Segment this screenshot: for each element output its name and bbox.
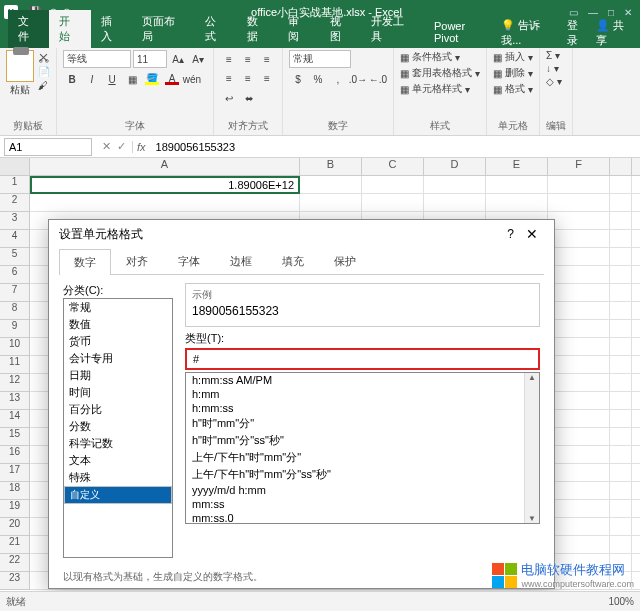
tab-view[interactable]: 视图: [320, 10, 361, 48]
decrease-font-icon[interactable]: A▾: [189, 50, 207, 68]
cell[interactable]: [548, 500, 610, 517]
font-size-select[interactable]: 11: [133, 50, 167, 68]
row-header[interactable]: 13: [0, 392, 30, 410]
dlg-tab-number[interactable]: 数字: [59, 249, 111, 275]
copy-icon[interactable]: 📄: [38, 66, 50, 77]
category-item[interactable]: 日期: [64, 367, 172, 384]
cell[interactable]: [362, 194, 424, 211]
cell[interactable]: [424, 194, 486, 211]
align-left-icon[interactable]: ≡: [220, 69, 238, 87]
type-item[interactable]: h:mm:ss: [186, 401, 539, 415]
align-middle-icon[interactable]: ≡: [239, 50, 257, 68]
scroll-up-icon[interactable]: ▲: [528, 373, 536, 382]
type-input[interactable]: #: [185, 348, 540, 370]
format-as-table[interactable]: ▦套用表格格式 ▾: [400, 66, 480, 80]
row-header[interactable]: 2: [0, 194, 30, 212]
col-header-D[interactable]: D: [424, 158, 486, 175]
minimize-icon[interactable]: —: [588, 7, 598, 18]
dlg-tab-protect[interactable]: 保护: [319, 248, 371, 274]
increase-decimal-icon[interactable]: .0→: [349, 70, 367, 88]
cell[interactable]: [548, 518, 610, 535]
row-header[interactable]: 1: [0, 176, 30, 194]
row-header[interactable]: 12: [0, 374, 30, 392]
row-header[interactable]: 18: [0, 482, 30, 500]
col-header-B[interactable]: B: [300, 158, 362, 175]
row-header[interactable]: 5: [0, 248, 30, 266]
category-list[interactable]: 常规数值货币会计专用日期时间百分比分数科学记数文本特殊自定义: [63, 298, 173, 558]
cell-styles[interactable]: ▦单元格样式 ▾: [400, 82, 480, 96]
delete-cells[interactable]: ▦ 删除 ▾: [493, 66, 533, 80]
row-header[interactable]: 21: [0, 536, 30, 554]
tab-formulas[interactable]: 公式: [195, 10, 236, 48]
tell-me[interactable]: 💡 告诉我...: [501, 18, 559, 48]
cell[interactable]: [548, 536, 610, 553]
bold-button[interactable]: B: [63, 70, 81, 88]
cell[interactable]: [362, 176, 424, 193]
row-header[interactable]: 6: [0, 266, 30, 284]
border-icon[interactable]: ▦: [123, 70, 141, 88]
cell[interactable]: [610, 392, 632, 409]
row-header[interactable]: 11: [0, 356, 30, 374]
type-item[interactable]: h"时"mm"分": [186, 415, 539, 432]
cell[interactable]: [610, 464, 632, 481]
category-item[interactable]: 会计专用: [64, 350, 172, 367]
scroll-down-icon[interactable]: ▼: [528, 514, 536, 523]
row-header[interactable]: 22: [0, 554, 30, 572]
dlg-tab-border[interactable]: 边框: [215, 248, 267, 274]
cell[interactable]: [610, 230, 632, 247]
cell[interactable]: [548, 212, 610, 229]
dlg-tab-font[interactable]: 字体: [163, 248, 215, 274]
cell[interactable]: [610, 410, 632, 427]
row-header[interactable]: 14: [0, 410, 30, 428]
category-item[interactable]: 文本: [64, 452, 172, 469]
type-list[interactable]: h:mm:ss AM/PMh:mmh:mm:ssh"时"mm"分"h"时"mm"…: [185, 372, 540, 524]
row-header[interactable]: 23: [0, 572, 30, 590]
percent-icon[interactable]: %: [309, 70, 327, 88]
underline-button[interactable]: U: [103, 70, 121, 88]
row-header[interactable]: 16: [0, 446, 30, 464]
col-header-A[interactable]: A: [30, 158, 300, 175]
category-item[interactable]: 数值: [64, 316, 172, 333]
wrap-text-icon[interactable]: ↩: [220, 89, 238, 107]
cell[interactable]: [548, 320, 610, 337]
cell[interactable]: [610, 266, 632, 283]
cell[interactable]: [548, 464, 610, 481]
cell[interactable]: [610, 374, 632, 391]
tab-powerpivot[interactable]: Power Pivot: [424, 16, 501, 48]
accounting-icon[interactable]: $: [289, 70, 307, 88]
category-item[interactable]: 常规: [64, 299, 172, 316]
category-item[interactable]: 时间: [64, 384, 172, 401]
dlg-tab-fill[interactable]: 填充: [267, 248, 319, 274]
font-name-select[interactable]: 等线: [63, 50, 131, 68]
format-cells[interactable]: ▦ 格式 ▾: [493, 82, 533, 96]
type-item[interactable]: mm:ss: [186, 497, 539, 511]
cell[interactable]: [610, 284, 632, 301]
row-header[interactable]: 8: [0, 302, 30, 320]
cell[interactable]: [548, 176, 610, 193]
paste-icon[interactable]: [6, 50, 34, 82]
cell[interactable]: [548, 428, 610, 445]
cell[interactable]: [610, 176, 632, 193]
ribbon-display-icon[interactable]: ▭: [569, 7, 578, 18]
cell[interactable]: [610, 302, 632, 319]
italic-button[interactable]: I: [83, 70, 101, 88]
align-center-icon[interactable]: ≡: [239, 69, 257, 87]
align-top-icon[interactable]: ≡: [220, 50, 238, 68]
col-header-partial[interactable]: [610, 158, 632, 175]
type-item[interactable]: 上午/下午h"时"mm"分"ss"秒": [186, 466, 539, 483]
cell[interactable]: [610, 500, 632, 517]
type-list-scrollbar[interactable]: ▲▼: [524, 373, 539, 523]
tab-home[interactable]: 开始: [49, 10, 90, 48]
cell[interactable]: [610, 356, 632, 373]
category-item[interactable]: 百分比: [64, 401, 172, 418]
autosum-icon[interactable]: Σ ▾: [546, 50, 566, 61]
row-header[interactable]: 4: [0, 230, 30, 248]
col-header-E[interactable]: E: [486, 158, 548, 175]
cut-icon[interactable]: [38, 52, 49, 63]
category-item[interactable]: 特殊: [64, 469, 172, 486]
insert-cells[interactable]: ▦ 插入 ▾: [493, 50, 533, 64]
row-header[interactable]: 3: [0, 212, 30, 230]
cell[interactable]: [548, 194, 610, 211]
category-item[interactable]: 科学记数: [64, 435, 172, 452]
cell[interactable]: [610, 320, 632, 337]
